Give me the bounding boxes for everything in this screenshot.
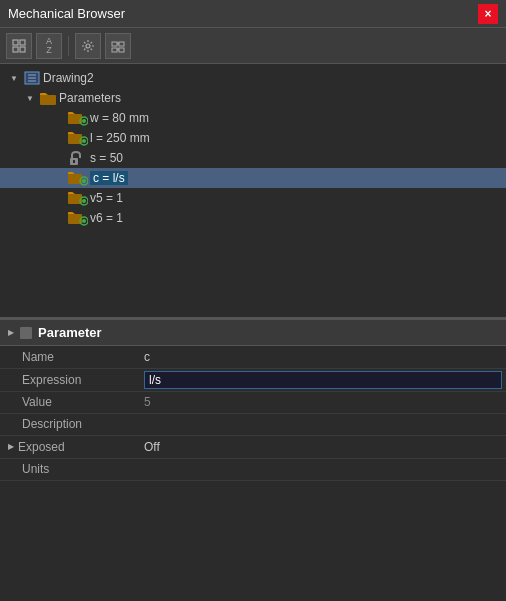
parameters-label: Parameters — [59, 91, 121, 105]
prop-label-exposed: ▶ Exposed — [0, 436, 140, 458]
grid-view-button[interactable] — [6, 33, 32, 59]
properties-table: Name c Expression Value 5 Description — [0, 346, 506, 481]
expand-arrow-parameters[interactable]: ▼ — [24, 92, 36, 104]
svg-point-4 — [86, 44, 90, 48]
prop-row-units: Units — [0, 458, 506, 480]
prop-row-expression: Expression — [0, 368, 506, 391]
settings-button[interactable] — [75, 33, 101, 59]
svg-point-24 — [82, 219, 86, 223]
tree-item-parameters[interactable]: ▼ Parameters — [0, 88, 506, 108]
tree-area[interactable]: ▼ Drawing2 ▼ Parameters — [0, 64, 506, 319]
param-icon-v5 — [68, 190, 88, 206]
svg-rect-6 — [119, 42, 124, 46]
svg-rect-1 — [20, 40, 25, 45]
v6-label: v6 = 1 — [90, 211, 123, 225]
svg-point-22 — [82, 199, 86, 203]
prop-label-description: Description — [0, 413, 140, 435]
properties-panel: ▶ Parameter Name c Expression Value 5 — [0, 319, 506, 481]
param-icon-v6 — [68, 210, 88, 226]
prop-label-name: Name — [0, 346, 140, 368]
title-bar: Mechanical Browser × — [0, 0, 506, 28]
settings-icon — [81, 39, 95, 53]
properties-header-icon — [20, 327, 32, 339]
prop-value-exposed: Off — [140, 435, 506, 458]
tree-item-v6[interactable]: v6 = 1 — [0, 208, 506, 228]
drawing2-label: Drawing2 — [43, 71, 94, 85]
prop-value-value: 5 — [140, 391, 506, 413]
svg-rect-0 — [13, 40, 18, 45]
prop-label-expression: Expression — [0, 368, 140, 391]
properties-header: ▶ Parameter — [0, 319, 506, 346]
exposed-arrow[interactable]: ▶ — [8, 442, 14, 451]
param-icon-s — [68, 150, 88, 166]
tree-item-drawing2[interactable]: ▼ Drawing2 — [0, 68, 506, 88]
exposed-label-text: Exposed — [18, 440, 65, 454]
properties-header-title: Parameter — [38, 325, 102, 340]
group-icon — [111, 39, 125, 53]
s-label: s = 50 — [90, 151, 123, 165]
prop-value-name: c — [140, 346, 506, 368]
svg-rect-5 — [112, 42, 117, 46]
param-icon-w — [68, 110, 88, 126]
prop-row-description: Description — [0, 413, 506, 435]
prop-row-name: Name c — [0, 346, 506, 368]
tree-item-v5[interactable]: v5 = 1 — [0, 188, 506, 208]
w-label: w = 80 mm — [90, 111, 149, 125]
svg-point-14 — [82, 119, 86, 123]
prop-label-units: Units — [0, 458, 140, 480]
svg-rect-3 — [20, 47, 25, 52]
tree-item-l[interactable]: l = 250 mm — [0, 128, 506, 148]
svg-rect-8 — [119, 48, 124, 52]
prop-label-value: Value — [0, 391, 140, 413]
c-label: c = l/s — [90, 171, 128, 185]
group-button[interactable] — [105, 33, 131, 59]
param-icon-c — [68, 170, 88, 186]
prop-row-exposed: ▶ Exposed Off — [0, 435, 506, 458]
svg-rect-2 — [13, 47, 18, 52]
l-label: l = 250 mm — [90, 131, 150, 145]
svg-rect-7 — [112, 48, 117, 52]
drawing-icon — [24, 70, 40, 86]
toolbar-separator — [68, 36, 69, 56]
close-button[interactable]: × — [478, 4, 498, 24]
param-icon-l — [68, 130, 88, 146]
sort-icon: AZ — [46, 37, 52, 55]
sort-button[interactable]: AZ — [36, 33, 62, 59]
properties-collapse-arrow[interactable]: ▶ — [8, 328, 14, 337]
svg-point-16 — [82, 139, 86, 143]
grid-icon — [12, 39, 26, 53]
v5-label: v5 = 1 — [90, 191, 123, 205]
toolbar: AZ — [0, 28, 506, 64]
svg-point-20 — [82, 179, 86, 183]
tree-item-c[interactable]: c = l/s — [0, 168, 506, 188]
svg-rect-18 — [73, 160, 75, 163]
prop-row-value: Value 5 — [0, 391, 506, 413]
tree-item-w[interactable]: w = 80 mm — [0, 108, 506, 128]
expression-input[interactable] — [144, 371, 502, 389]
prop-value-description — [140, 413, 506, 435]
tree-item-s[interactable]: s = 50 — [0, 148, 506, 168]
window-title: Mechanical Browser — [8, 6, 125, 21]
prop-value-expression[interactable] — [140, 368, 506, 391]
folder-icon — [40, 90, 56, 106]
prop-value-units — [140, 458, 506, 480]
expand-arrow-drawing2[interactable]: ▼ — [8, 72, 20, 84]
